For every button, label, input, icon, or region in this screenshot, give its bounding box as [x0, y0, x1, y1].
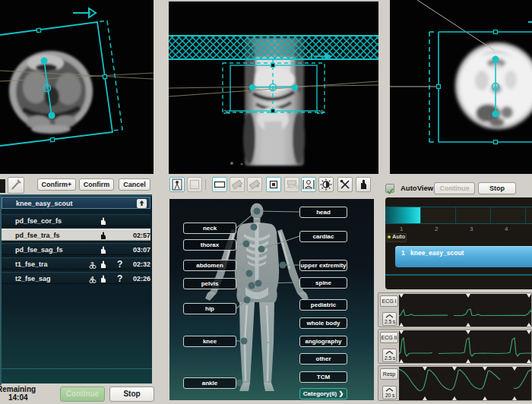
svg-text:20 s: 20 s — [385, 393, 395, 398]
svg-text:2.5 s: 2.5 s — [385, 319, 396, 324]
svg-text:20: 20 — [223, 109, 230, 115]
svg-text:2.5 s: 2.5 s — [385, 355, 396, 361]
svg-text:auto: auto — [305, 185, 312, 190]
svg-text:AUTO: AUTO — [287, 185, 299, 189]
svg-text:20: 20 — [317, 109, 324, 115]
